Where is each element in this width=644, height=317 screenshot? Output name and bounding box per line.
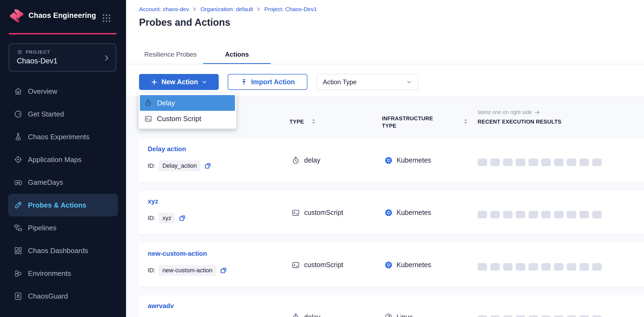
breadcrumb-link[interactable]: Account: chaos-dev [139,6,189,12]
result-placeholder [579,211,589,218]
result-placeholder [529,315,538,317]
results-note: latest one on right side [478,109,540,115]
sidebar-item-label: Pipelines [28,224,57,232]
type-icon [291,313,300,317]
result-placeholder [592,158,602,166]
action-name-link[interactable]: Delay action [148,145,186,153]
copy-icon[interactable] [204,162,212,170]
copy-icon[interactable] [178,214,186,222]
sidebar-item-label: Overview [28,87,57,96]
type-cell: customScript [291,243,343,287]
result-placeholder [541,211,551,218]
menu-item-custom-script[interactable]: Custom Script [140,111,235,127]
action-type-select[interactable]: Action Type [317,74,418,90]
type-cell: delay [291,295,320,317]
sidebar-item-probes-actions[interactable]: Probes & Actions [8,194,118,216]
result-placeholder [567,158,576,166]
result-placeholder [516,158,525,166]
recent-execution-results [478,211,602,218]
table-row: new-custom-action ID: new-custom-action … [138,243,644,287]
recent-execution-results [478,315,602,317]
result-placeholder [529,263,538,271]
infrastructure-icon [385,209,392,216]
type-cell: customScript [291,190,343,235]
result-placeholder [490,263,500,271]
result-placeholder [529,158,538,166]
sidebar-item-label: Probes & Actions [28,201,86,209]
main-content: Account: chaos-dev Organization: default… [126,0,644,317]
result-placeholder [529,211,538,218]
sidebar-item-icon [14,178,23,187]
new-action-button[interactable]: New Action [139,74,219,90]
result-placeholder [554,263,564,271]
sidebar-item-label: Chaos Experiments [28,133,89,141]
result-placeholder [503,158,513,166]
table-row: xyz ID: xyz customScript Kubernetes [138,190,644,235]
tab-actions[interactable]: Actions [203,45,271,64]
result-placeholder [516,211,525,218]
menu-item-delay[interactable]: Delay [140,95,235,111]
infrastructure-cell: Kubernetes [385,190,431,235]
chevron-right-icon [103,54,110,62]
sidebar-item-label: Get Started [28,110,64,118]
recent-execution-results [478,263,602,271]
breadcrumb-link[interactable]: Organization: default [200,6,253,12]
copy-icon[interactable] [220,266,228,274]
action-name-link[interactable]: new-custom-action [148,250,207,257]
id-label: ID: [148,215,155,222]
type-cell: delay [291,138,320,182]
project-selector[interactable]: PROJECT Chaos-Dev1 [9,43,116,72]
breadcrumb-link[interactable]: Project: Chaos-Dev1 [264,6,317,12]
sort-icon[interactable] [310,118,317,125]
sidebar-item-get-started[interactable]: Get Started [8,103,118,125]
infrastructure-icon [385,261,392,269]
result-placeholder [592,315,602,317]
id-label: ID: [148,267,155,274]
arrow-right-icon [534,109,540,115]
result-placeholder [490,315,500,317]
breadcrumb: Account: chaos-dev Organization: default… [139,6,317,12]
sort-icon[interactable] [462,118,469,125]
result-placeholder [567,211,576,218]
chevron-down-icon [406,79,412,85]
plus-icon [150,78,158,86]
recent-execution-results [478,158,602,166]
import-action-button[interactable]: Import Action [228,74,307,90]
sidebar-item-chaos-dashboards[interactable]: Chaos Dashboards [8,239,118,262]
menu-item-icon [144,99,152,107]
result-placeholder [516,315,525,317]
sidebar-item-application-maps[interactable]: Application Maps [8,148,118,171]
sidebar-item-overview[interactable]: Overview [8,80,118,103]
infrastructure-cell: Kubernetes [385,138,431,182]
action-id-line: ID: Delay_action [148,160,212,171]
type-icon [291,156,300,165]
result-placeholder [516,263,525,271]
result-placeholder [554,211,564,218]
infrastructure-column-header: INFRASTRUCTURE TYPE [382,115,445,130]
result-placeholder [490,211,500,218]
action-name-link[interactable]: awrvadv [148,302,174,310]
sidebar-item-icon [14,87,23,96]
sidebar-item-environments[interactable]: Environments [8,262,118,285]
result-placeholder [554,315,564,317]
result-placeholder [592,263,602,271]
result-placeholder [503,263,513,271]
result-placeholder [579,315,589,317]
sidebar-item-icon [14,223,23,232]
sidebar-item-chaos-experiments[interactable]: Chaos Experiments [8,125,118,148]
chevron-down-icon [201,79,207,85]
table-rows: Delay action ID: Delay_action delay Kube… [126,138,644,317]
id-chip: new-custom-action [159,265,216,276]
action-name-link[interactable]: xyz [148,198,158,205]
sidebar-item-gamedays[interactable]: GameDays [8,171,118,194]
project-label: PROJECT [26,50,50,55]
result-placeholder [554,158,564,166]
app-switcher-icon[interactable] [101,13,112,23]
result-placeholder [541,315,551,317]
result-placeholder [567,263,576,271]
sidebar-item-chaosguard[interactable]: ChaosGuard [8,285,118,308]
tab-resilience-probes[interactable]: Resilience Probes [139,45,202,64]
sidebar: Chaos Engineering PROJECT Chaos-Dev1 Ove… [0,0,126,317]
result-placeholder [579,158,589,166]
sidebar-item-pipelines[interactable]: Pipelines [8,216,118,239]
